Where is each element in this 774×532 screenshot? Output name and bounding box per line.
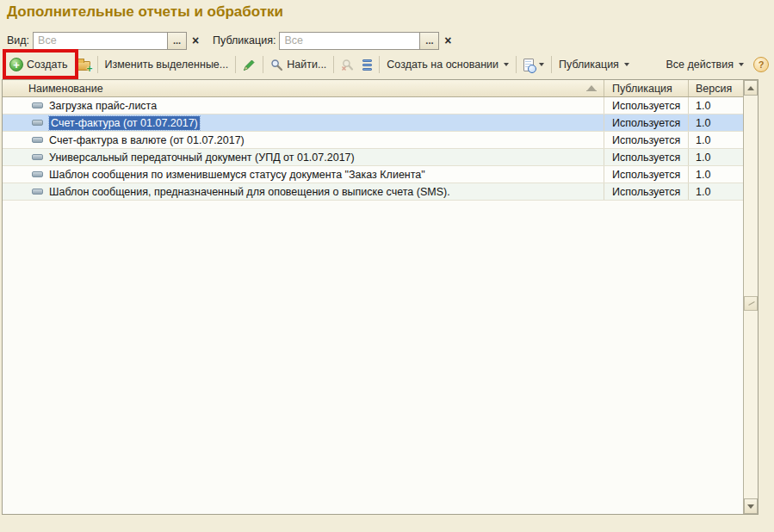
help-button[interactable]: ?: [753, 57, 769, 72]
version-cell: 1.0: [688, 97, 742, 114]
row-name-text: Счет-фактура в валюте (от 01.07.2017): [49, 134, 245, 146]
toolbar-separator: [516, 56, 517, 73]
search-icon: [270, 59, 283, 71]
publication-filter-choose-button[interactable]: ...: [419, 33, 438, 49]
table-header: Наименование Публикация Версия: [3, 80, 743, 97]
table-row[interactable]: Универсальный передаточный документ (УПД…: [3, 149, 743, 166]
publication-cell: Используется: [604, 149, 688, 165]
pencil-icon: [243, 59, 256, 71]
version-cell: 1.0: [688, 183, 742, 200]
find-button-label: Найти...: [287, 59, 326, 71]
vid-filter-clear-button[interactable]: ×: [188, 32, 203, 50]
chevron-down-icon: [539, 63, 544, 66]
question-icon: ?: [759, 59, 765, 70]
version-cell: 1.0: [688, 149, 742, 165]
column-header-name-label: Наименование: [28, 83, 103, 95]
table-row[interactable]: Шаблон сообщения по изменившемуся статус…: [3, 166, 743, 183]
vid-filter-label: Вид:: [7, 34, 29, 46]
blue-list-icon: [362, 59, 372, 71]
data-processor-icon: [32, 137, 43, 143]
sort-ascending-icon: [587, 85, 596, 90]
column-header-publication[interactable]: Публикация: [604, 80, 688, 96]
name-cell: Шаблон сообщения, предназначенный для оп…: [3, 183, 604, 200]
scrollbar-thumb[interactable]: [744, 296, 758, 311]
scroll-down-button[interactable]: [744, 498, 758, 514]
data-processor-icon: [32, 171, 43, 177]
toolbar-separator: [551, 56, 552, 73]
publication-filter-label: Публикация:: [213, 34, 276, 46]
filter-bar: Вид: Все ... × Публикация: Все ... ×: [7, 31, 455, 50]
row-name-text: Универсальный передаточный документ (УПД…: [49, 152, 355, 164]
name-cell: Универсальный передаточный документ (УПД…: [3, 149, 604, 165]
data-processor-icon: [32, 154, 43, 160]
edit-selected-label: Изменить выделенные...: [105, 59, 229, 71]
publication-filter-input[interactable]: Все ...: [279, 32, 439, 50]
report-variants-button[interactable]: [519, 56, 548, 74]
data-processor-icon: [32, 102, 43, 108]
toolbar-separator: [263, 56, 263, 73]
version-cell: 1.0: [688, 114, 742, 131]
row-name-text: Шаблон сообщения по изменившемуся статус…: [49, 169, 425, 181]
toolbar-separator: [333, 56, 334, 73]
name-cell: Шаблон сообщения по изменившемуся статус…: [3, 166, 604, 182]
publication-filter-clear-button[interactable]: ×: [440, 32, 455, 50]
table-body: Загрузка прайс-листа Используется 1.0 Сч…: [3, 97, 743, 514]
edit-selected-button[interactable]: Изменить выделенные...: [101, 56, 233, 73]
toolbar-separator: [235, 56, 236, 73]
create-group-button[interactable]: +: [72, 56, 95, 73]
table-row[interactable]: Шаблон сообщения, предназначенный для оп…: [3, 183, 743, 201]
column-header-name[interactable]: Наименование: [3, 80, 604, 96]
arrow-down-icon: [747, 504, 754, 509]
toolbar-separator: [379, 56, 380, 73]
vid-filter-input[interactable]: Все ...: [33, 32, 187, 50]
window: Дополнительные отчеты и обработки Вид: В…: [0, 0, 774, 532]
cancel-search-button[interactable]: [337, 56, 358, 74]
list-settings-button[interactable]: [358, 57, 376, 73]
column-header-publication-label: Публикация: [612, 83, 672, 95]
chevron-down-icon: [504, 63, 509, 66]
publication-cell: Используется: [604, 183, 688, 200]
version-cell: 1.0: [688, 132, 742, 148]
table-row[interactable]: Счет-фактура в валюте (от 01.07.2017) Ис…: [3, 132, 743, 149]
publication-menu-button[interactable]: Публикация: [554, 56, 634, 73]
publication-cell: Используется: [604, 114, 688, 131]
create-button[interactable]: + Создать: [5, 55, 72, 74]
vid-filter-choose-button[interactable]: ...: [167, 33, 186, 49]
create-based-on-button[interactable]: Создать на основании: [382, 56, 513, 73]
chevron-down-icon: [624, 63, 629, 66]
row-name-text: Шаблон сообщения, предназначенный для оп…: [49, 186, 450, 198]
list-table: Наименование Публикация Версия Загрузка …: [2, 79, 759, 515]
scroll-up-button[interactable]: [744, 80, 758, 96]
create-button-label: Создать: [27, 59, 68, 71]
publication-filter-placeholder: Все: [280, 34, 419, 46]
toolbar-separator: [97, 56, 98, 73]
page-title: Дополнительные отчеты и обработки: [7, 3, 283, 21]
arrow-up-icon: [747, 86, 754, 90]
chevron-down-icon: [739, 63, 744, 66]
edit-button[interactable]: [238, 56, 260, 74]
table-row[interactable]: Загрузка прайс-листа Используется 1.0: [3, 97, 743, 114]
publication-menu-label: Публикация: [559, 59, 619, 71]
version-cell: 1.0: [688, 166, 742, 182]
publication-cell: Используется: [604, 132, 688, 148]
row-name-text: Счет-фактура (от 01.07.2017): [49, 116, 200, 130]
name-cell: Счет-фактура в валюте (от 01.07.2017): [3, 132, 604, 148]
plus-circle-icon: +: [9, 58, 23, 71]
find-button[interactable]: Найти...: [266, 56, 331, 74]
publication-cell: Используется: [604, 97, 688, 114]
column-header-version-label: Версия: [696, 83, 732, 95]
name-cell: Загрузка прайс-листа: [3, 97, 604, 114]
table-row[interactable]: Счет-фактура (от 01.07.2017) Используетс…: [3, 114, 743, 132]
publication-cell: Используется: [604, 166, 688, 182]
row-name-text: Загрузка прайс-листа: [49, 100, 157, 112]
vertical-scrollbar[interactable]: [743, 80, 758, 514]
name-cell: Счет-фактура (от 01.07.2017): [3, 114, 604, 131]
search-cancel-icon: [341, 59, 354, 71]
document-clock-icon: [523, 59, 534, 71]
toolbar: + Создать + Изменить выделенные... Найти…: [5, 53, 769, 77]
column-header-version[interactable]: Версия: [688, 80, 742, 96]
all-actions-label: Все действия: [666, 59, 734, 71]
all-actions-button[interactable]: Все действия: [661, 56, 748, 73]
create-based-on-label: Создать на основании: [387, 59, 498, 71]
folder-plus-icon: +: [77, 61, 90, 71]
